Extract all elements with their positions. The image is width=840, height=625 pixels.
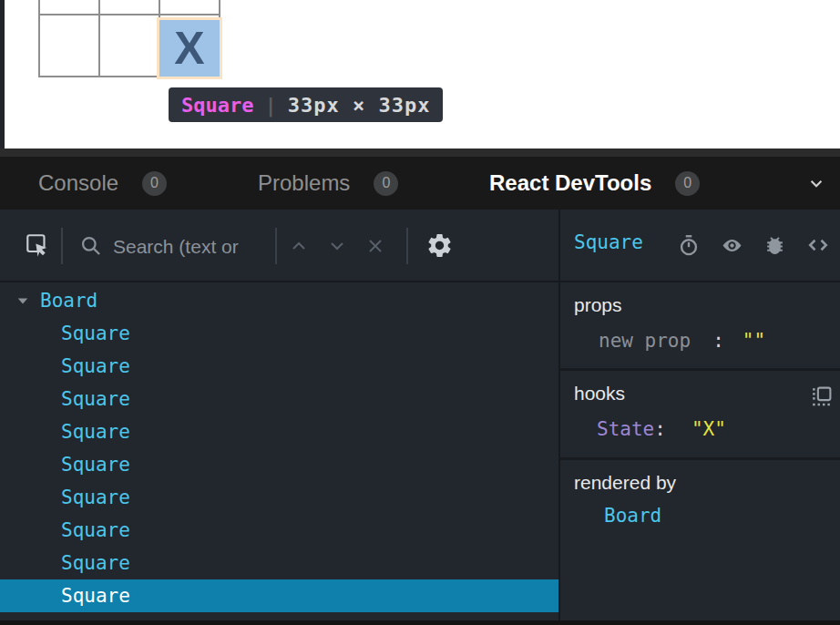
browser-page: X Square | 33px × 33px — [0, 0, 840, 149]
new-prop-value-input[interactable]: "" — [743, 330, 765, 352]
tree-row-square[interactable]: Square — [0, 415, 558, 448]
hook-name: State — [597, 418, 654, 440]
clear-search-icon[interactable] — [364, 235, 386, 257]
grid-line — [38, 0, 40, 77]
tree-row-square[interactable]: Square — [0, 350, 558, 383]
inspect-highlight-padding: X — [157, 17, 222, 79]
triangle-down-icon[interactable] — [16, 294, 29, 307]
props-section: props new prop:"" — [560, 282, 840, 371]
grid-line — [38, 14, 220, 15]
hook-row: State:"X" — [574, 418, 840, 440]
rendered-by-heading: rendered by — [574, 472, 840, 494]
react-devtools-panel: Board Square Square Square Square Square… — [0, 210, 840, 620]
tree-row-label: Square — [61, 454, 130, 476]
new-prop-input[interactable]: new prop — [599, 330, 691, 352]
search-input[interactable] — [111, 230, 271, 264]
chevron-up-icon[interactable] — [288, 235, 310, 257]
tree-toolbar — [0, 210, 558, 282]
code-icon[interactable] — [805, 232, 831, 258]
inspect-element-icon[interactable] — [24, 231, 51, 259]
tab-react-devtools-label: React DevTools — [489, 170, 651, 196]
toolbar-divider — [406, 228, 408, 264]
tab-problems-badge: 0 — [374, 171, 398, 196]
eye-icon[interactable] — [720, 233, 744, 258]
tree-row-label: Square — [61, 421, 130, 443]
chevron-down-icon[interactable] — [804, 171, 828, 195]
tree-row-square[interactable]: Square — [0, 547, 558, 579]
tree-row-square[interactable]: Square — [0, 481, 558, 514]
tree-row-square[interactable]: Square — [0, 383, 558, 415]
search-icon — [78, 233, 103, 258]
devtools-window: X Square | 33px × 33px Console 0 Problem… — [0, 0, 840, 625]
devtools-top-edge — [0, 149, 840, 157]
tooltip-separator: | — [264, 94, 276, 117]
hooks-section: hooks State:"X" — [560, 371, 840, 460]
tree-row-square-selected[interactable]: Square — [0, 579, 558, 612]
window-bottom-edge — [0, 620, 840, 625]
chevron-down-icon[interactable] — [326, 235, 348, 257]
inspector-pane: props new prop:"" hooks — [560, 282, 840, 620]
rendered-by-owner-link[interactable]: Board — [574, 505, 840, 527]
selected-component-title: Square — [574, 231, 643, 253]
window-left-edge — [0, 0, 5, 149]
rendered-by-section: rendered by Board — [560, 460, 840, 620]
tooltip-dimensions: 33px × 33px — [288, 94, 431, 117]
gear-icon[interactable] — [425, 231, 454, 260]
tree-row-label: Square — [61, 388, 130, 410]
prop-row: new prop:"" — [574, 330, 840, 352]
bug-icon[interactable] — [763, 234, 786, 257]
colon: : — [712, 330, 724, 352]
tab-console[interactable]: Console 0 — [38, 157, 167, 210]
tree-row-label: Square — [61, 552, 130, 574]
tree-row-square[interactable]: Square — [0, 317, 558, 350]
component-tree: Board Square Square Square Square Square… — [0, 284, 558, 612]
inspect-highlight-content[interactable]: X — [159, 20, 220, 77]
tab-problems-label: Problems — [258, 170, 350, 196]
inspect-tooltip: Square | 33px × 33px — [169, 87, 443, 122]
panel-divider — [558, 210, 560, 620]
tab-console-badge: 0 — [142, 171, 167, 196]
tab-console-label: Console — [38, 170, 118, 196]
square-cell-value: X — [174, 26, 204, 71]
tab-react-devtools-badge: 0 — [675, 171, 700, 196]
hook-value-input[interactable]: "X" — [691, 418, 726, 440]
tree-row-board[interactable]: Board — [0, 284, 558, 317]
tab-react-devtools[interactable]: React DevTools 0 — [489, 157, 700, 210]
tab-problems[interactable]: Problems 0 — [258, 157, 398, 210]
stopwatch-icon[interactable] — [677, 233, 701, 257]
parse-hooks-icon[interactable] — [810, 385, 833, 408]
colon: : — [654, 418, 666, 440]
tree-row-label: Square — [61, 355, 130, 377]
devtools-tabbar: Console 0 Problems 0 React DevTools 0 — [0, 157, 840, 210]
toolbar-divider — [61, 228, 63, 264]
tree-row-label: Square — [61, 585, 130, 607]
props-heading: props — [574, 294, 840, 316]
tree-row-square[interactable]: Square — [0, 448, 558, 481]
tree-row-square[interactable]: Square — [0, 514, 558, 547]
tree-row-label: Square — [61, 519, 130, 541]
grid-line — [98, 0, 100, 77]
hooks-heading: hooks — [574, 383, 840, 405]
toolbar-divider — [275, 228, 277, 264]
tree-row-label: Square — [61, 487, 130, 508]
tooltip-component-name: Square — [181, 94, 253, 117]
tree-row-label: Square — [61, 323, 130, 344]
tree-row-label: Board — [40, 290, 97, 312]
inspector-toolbar: Square — [560, 210, 840, 282]
